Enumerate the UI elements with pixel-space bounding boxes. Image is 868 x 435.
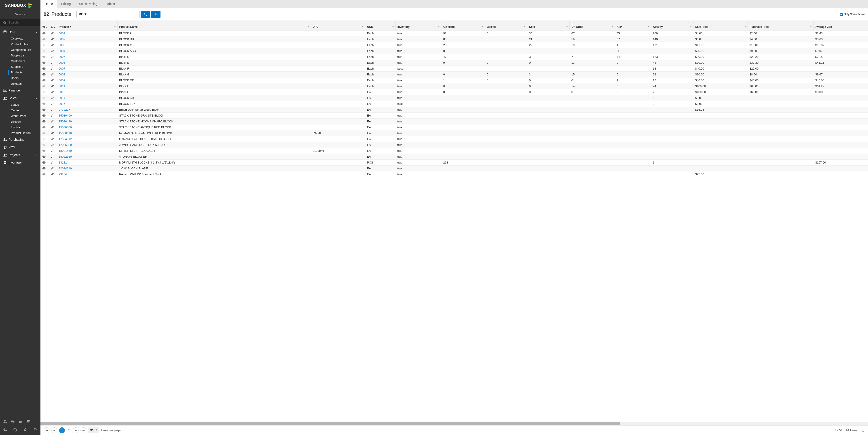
filter-icon[interactable]: ▾ [524,25,525,28]
product-link[interactable]: 17095080 [59,143,72,146]
only-show-active-toggle[interactable]: Only Show Active [840,13,865,16]
product-link[interactable]: 15030610 [59,131,72,135]
nav-item-customers[interactable]: Customers [0,58,40,64]
product-link[interactable]: 17084512 [59,137,72,141]
filter-icon[interactable]: ▾ [648,25,649,28]
product-link[interactable]: 0001 [59,32,65,35]
product-link[interactable]: 0002 [59,37,65,41]
filter-icon[interactable]: ▾ [438,25,439,28]
users-icon[interactable] [3,419,7,423]
view-icon[interactable] [42,167,47,170]
product-link[interactable]: 0004 [59,49,65,53]
view-icon[interactable] [42,114,47,117]
nav-item-users[interactable]: Users [0,75,40,81]
edit-icon[interactable] [51,173,55,176]
view-icon[interactable] [42,67,47,70]
view-icon[interactable] [42,126,47,129]
filter-icon[interactable]: ▾ [612,25,613,28]
column-edit[interactable]: E... [49,21,57,30]
product-link[interactable]: 15030500 [59,126,72,129]
column-activity[interactable]: ▾Activity [651,21,693,30]
column-on_order[interactable]: ▾On Order [569,21,615,30]
edit-icon[interactable] [51,37,55,41]
product-link[interactable]: 15030400 [59,114,72,117]
edit-icon[interactable] [51,102,55,105]
filter-icon[interactable]: ▾ [690,25,691,28]
nav-item-work-order[interactable]: Work Order [0,113,40,119]
product-link[interactable]: 0006 [59,61,65,64]
product-link[interactable]: 0009 [59,78,65,82]
column-atp[interactable]: ▾ATP [615,21,651,30]
column-uom[interactable]: ▾UOM [365,21,396,30]
column-view[interactable]: Vi... [40,21,49,30]
product-link[interactable]: 0003 [59,43,65,47]
view-icon[interactable] [42,131,47,135]
edit-icon[interactable] [51,149,55,152]
nav-item-people-list[interactable]: People List [0,53,40,58]
pager-next-button[interactable]: ▶ [73,427,79,433]
truck-icon[interactable] [11,419,15,423]
nav-group-inventory[interactable]: Inventory› [0,159,40,166]
view-icon[interactable] [42,37,47,41]
tab-labels[interactable]: Labels [101,0,119,8]
view-icon[interactable] [42,102,47,105]
edit-icon[interactable] [51,78,55,82]
view-icon[interactable] [42,120,47,123]
nav-item-product-return[interactable]: Product Return [0,130,40,136]
edit-icon[interactable] [51,49,55,53]
pager-first-button[interactable]: ⏮ [43,427,50,433]
edit-icon[interactable] [51,137,55,140]
column-product_name[interactable]: ▾Product Name [117,21,311,30]
nav-group-projects[interactable]: Projects› [0,151,40,159]
view-icon[interactable] [42,143,47,146]
edit-icon[interactable] [51,126,55,129]
nav-item-delivery[interactable]: Delivery [0,119,40,125]
column-product_no[interactable]: ▾Product # [57,21,117,30]
column-avg_cost[interactable]: Average Cos [813,21,868,30]
filter-icon[interactable]: ▾ [482,25,483,28]
view-icon[interactable] [42,149,47,153]
view-icon[interactable] [42,32,47,35]
tab-pricing[interactable]: Pricing [57,0,75,8]
product-link[interactable]: 0008 [59,73,65,76]
edit-icon[interactable] [51,120,55,123]
view-icon[interactable] [42,73,47,76]
nav-group-sales[interactable]: Sales⌄ [0,94,40,102]
product-link[interactable]: 22014210 [59,167,72,170]
edit-icon[interactable] [51,155,55,158]
edit-icon[interactable] [51,96,55,99]
nav-item-suppliers[interactable]: Suppliers [0,64,40,70]
nav-item-product-files[interactable]: Product Files [0,41,40,47]
view-icon[interactable] [42,43,47,47]
add-product-button[interactable] [151,11,160,18]
product-link[interactable]: 0012 [59,90,65,94]
nav-item-invoice[interactable]: Invoice [0,125,40,130]
filter-icon[interactable]: ▾ [114,25,116,28]
product-link[interactable]: 15030420 [59,120,72,123]
nav-item-products[interactable]: Products [0,70,40,75]
nav-group-finance[interactable]: Finance› [0,87,40,94]
sidebar-search[interactable] [0,19,40,26]
edit-icon[interactable] [51,143,55,146]
clock-icon[interactable] [13,428,17,432]
column-on_hand[interactable]: ▾On Hand [441,21,485,30]
nav-group-purchasing[interactable]: Purchasing› [0,136,40,143]
product-link[interactable]: 18021540 [59,149,72,153]
nav-item-companies-list[interactable]: Companies List [0,47,40,53]
view-icon[interactable] [42,173,47,176]
filter-icon[interactable]: ▾ [745,25,746,28]
pager-last-button[interactable]: ⏭ [81,427,86,433]
product-link[interactable]: 0007 [59,67,65,70]
pager-page-1[interactable]: 1 [59,427,65,433]
view-icon[interactable] [42,90,47,94]
column-inventory[interactable]: ▾Inventory [395,21,441,30]
search-button[interactable] [141,11,150,18]
tab-sales-pricing[interactable]: Sales Pricing [75,0,101,8]
edit-icon[interactable] [51,167,55,170]
view-icon[interactable] [42,78,47,82]
page-size-select[interactable]: 50 [88,428,99,433]
edit-icon[interactable] [51,85,55,88]
filter-icon[interactable]: ▾ [393,25,394,28]
view-icon[interactable] [42,85,47,88]
column-backfill[interactable]: ▾Backfill [485,21,527,30]
